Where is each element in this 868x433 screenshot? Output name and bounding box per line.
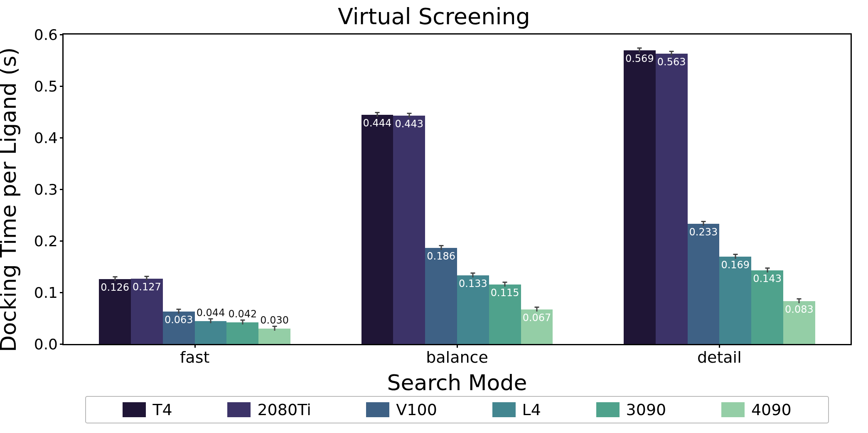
bar-value-label: 0.126 (101, 282, 129, 293)
error-cap (145, 276, 149, 277)
y-tick-label: 0.1 (20, 284, 64, 301)
error-bar (114, 277, 116, 281)
legend-item: 3090 (596, 401, 666, 419)
error-cap (439, 245, 443, 246)
bar-value-label: 0.067 (523, 312, 551, 324)
bar-value-label: 0.169 (721, 259, 750, 271)
bar-value-label: 0.042 (229, 308, 257, 320)
bar-value-label: 0.063 (165, 314, 193, 326)
bar (195, 321, 227, 344)
error-bar (376, 113, 378, 117)
y-tick-label: 0.6 (20, 26, 64, 43)
error-bar (408, 114, 410, 118)
legend-swatch (492, 402, 516, 417)
y-tick-mark (60, 34, 64, 35)
legend-swatch (227, 402, 251, 417)
legend-label: 3090 (626, 401, 666, 419)
legend-swatch (366, 402, 389, 417)
y-tick-mark (60, 344, 64, 345)
y-axis-label: Docking Time per Ligand (s) (0, 21, 8, 370)
legend-item: V100 (366, 401, 437, 419)
bar (226, 322, 258, 344)
error-bar (767, 268, 768, 272)
error-bar (703, 222, 704, 226)
x-axis-label: Search Mode (62, 370, 852, 395)
y-tick-mark (60, 240, 64, 242)
error-cap (637, 47, 642, 49)
error-cap (669, 51, 674, 52)
bar-value-label: 0.083 (785, 304, 814, 315)
y-tick-mark (60, 137, 64, 139)
bar-value-label: 0.569 (625, 53, 654, 64)
y-tick-mark (60, 86, 64, 87)
bar (393, 116, 425, 344)
chart-title: Virtual Screening (0, 3, 868, 30)
error-bar (799, 299, 800, 303)
bar (425, 248, 457, 344)
error-cap (407, 113, 411, 114)
x-tick-mark (194, 344, 196, 348)
legend-swatch (596, 402, 620, 417)
bar-value-label: 0.030 (260, 314, 289, 326)
bar-value-label: 0.186 (427, 250, 455, 262)
y-tick-label: 0.3 (20, 181, 64, 198)
legend-label: V100 (396, 401, 437, 419)
bar-value-label: 0.444 (363, 117, 392, 129)
legend-label: L4 (522, 401, 541, 419)
bar-value-label: 0.563 (657, 56, 686, 68)
error-cap (535, 307, 539, 308)
legend-item: T4 (123, 401, 172, 419)
error-cap (701, 221, 706, 222)
bar-value-label: 0.133 (459, 278, 487, 289)
bar-value-label: 0.115 (491, 287, 519, 299)
x-tick-mark (719, 344, 720, 348)
error-bar (178, 309, 180, 314)
error-bar (472, 273, 474, 277)
error-bar (210, 319, 211, 324)
bar-value-label: 0.143 (753, 273, 782, 285)
bar (258, 329, 290, 344)
y-tick-mark (60, 292, 64, 293)
bar (688, 224, 720, 344)
y-tick-mark (60, 189, 64, 190)
bar-value-label: 0.127 (133, 281, 161, 293)
bar (624, 50, 656, 344)
error-cap (471, 272, 475, 274)
bar-value-label: 0.044 (197, 307, 225, 319)
bar (656, 54, 688, 344)
legend-item: 4090 (721, 401, 792, 419)
legend-label: 4090 (751, 401, 792, 419)
error-bar (146, 277, 148, 281)
error-cap (503, 282, 507, 283)
legend-label: T4 (152, 401, 172, 419)
error-cap (177, 309, 181, 310)
legend-item: L4 (492, 401, 541, 419)
plot-area: 0.00.10.20.30.40.50.6fast0.1260.1270.063… (62, 33, 852, 345)
y-tick-label: 0.5 (20, 78, 64, 95)
chart-figure: Virtual Screening Docking Time per Ligan… (0, 0, 868, 433)
y-tick-label: 0.4 (20, 129, 64, 146)
y-tick-label: 0.0 (20, 336, 64, 353)
y-tick-label: 0.2 (20, 233, 64, 250)
error-cap (113, 276, 117, 277)
error-bar (639, 49, 640, 53)
x-tick-mark (457, 344, 458, 348)
legend-label: 2080Ti (257, 401, 311, 419)
error-cap (733, 254, 738, 255)
error-cap (765, 267, 770, 269)
error-cap (797, 298, 802, 299)
error-bar (735, 255, 736, 259)
error-bar (242, 320, 243, 324)
legend: T42080TiV100L430904090 (85, 396, 829, 423)
error-cap (375, 112, 379, 113)
bar (361, 115, 393, 344)
error-bar (440, 246, 442, 250)
bar-value-label: 0.443 (395, 118, 423, 130)
error-bar (536, 307, 538, 312)
error-bar (671, 52, 672, 56)
error-bar (274, 327, 275, 331)
legend-item: 2080Ti (227, 401, 311, 419)
legend-swatch (721, 402, 745, 417)
error-bar (504, 282, 506, 287)
bar-value-label: 0.233 (689, 226, 718, 238)
